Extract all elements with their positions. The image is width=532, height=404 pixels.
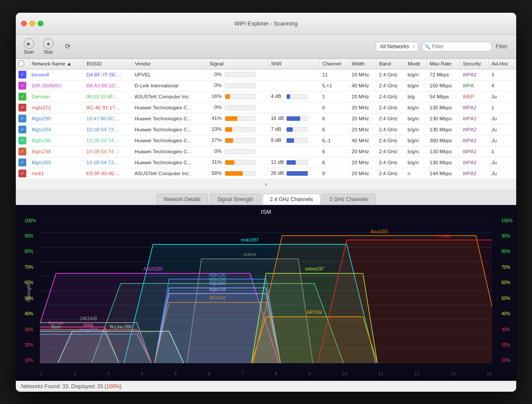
- row-channel: 5,+1: [320, 80, 349, 91]
- row-adhoc: Ju: [489, 124, 516, 135]
- row-security: WPA2: [460, 124, 489, 135]
- row-signal-cell: 23%: [207, 124, 268, 135]
- row-network-name[interactable]: mnk1: [29, 168, 84, 179]
- table-body: ✓ beowulf D4:BF:7F:0E:... UPVEL 0% 11 20…: [16, 69, 516, 179]
- col-security[interactable]: Security: [460, 59, 489, 69]
- select-all-checkbox[interactable]: [18, 61, 24, 66]
- table-row[interactable]: ✓ Mgts298 10:1B:54:74:... Huawei Technol…: [16, 146, 516, 157]
- row-network-name[interactable]: Mgts290: [29, 113, 84, 124]
- y-label-60%: 60%: [25, 280, 36, 285]
- row-network-name[interactable]: Mgts298: [29, 146, 84, 157]
- row-mode: b/g/n: [405, 157, 427, 168]
- row-mode: b/g/n: [405, 102, 427, 113]
- row-network-name[interactable]: Mgts300: [29, 157, 84, 168]
- maximize-button[interactable]: [38, 21, 43, 26]
- row-maxrate: 130 Mbps: [427, 124, 460, 135]
- col-maxrate[interactable]: Max Rate: [427, 59, 460, 69]
- tab-network-details[interactable]: Network Details: [156, 194, 208, 205]
- col-signal[interactable]: Signal: [207, 59, 268, 69]
- col-channel[interactable]: Channel: [320, 59, 349, 69]
- row-mode: b/g/n: [405, 113, 427, 124]
- y-label-80%: 80%: [25, 249, 36, 254]
- y-label-right-100%: 100%: [501, 218, 513, 223]
- col-mode[interactable]: Mode: [405, 59, 427, 69]
- tab-signal-strength[interactable]: Signal Strength: [210, 194, 261, 205]
- row-network-name[interactable]: beowulf: [29, 69, 84, 80]
- row-adhoc: Ju: [489, 168, 516, 179]
- row-vendor: Huawei Technologies C...: [132, 146, 207, 157]
- scan-button[interactable]: ▶ Scan: [21, 36, 37, 56]
- table-row[interactable]: ✓ German 00:22:15:6F:... ASUSTeK Compute…: [16, 91, 516, 102]
- filter-wrapper: 🔍: [422, 42, 492, 51]
- table-row[interactable]: ✓ Mgts296 10:1B:54:74:... Huawei Technol…: [16, 135, 516, 146]
- row-band: 2.4 GHz: [376, 91, 405, 102]
- row-vendor: Huawei Technologies C...: [132, 124, 207, 135]
- y-labels-right: 100%90%80%70%60%50%40%30%20%10%: [501, 218, 513, 363]
- row-band: 2.4 GHz: [376, 157, 405, 168]
- row-security: WPA2: [460, 157, 489, 168]
- row-signal-cell: 0%: [207, 146, 268, 157]
- row-width: 40 MHz: [349, 135, 376, 146]
- row-snr: [268, 80, 320, 91]
- row-color-badge: ✓: [18, 137, 26, 144]
- row-bssid: 10:47:80:5C:...: [84, 113, 132, 124]
- col-snr[interactable]: SNR: [268, 59, 320, 69]
- row-band: 2.4 GHz: [376, 113, 405, 124]
- filter-label: Filter: [496, 43, 511, 50]
- row-bssid: 10:1B:54:73:...: [84, 157, 132, 168]
- row-bssid: 10:1B:54:73:...: [84, 124, 132, 135]
- row-width: 20 MHz: [349, 69, 376, 80]
- network-filter-select[interactable]: All Networks: [376, 42, 418, 51]
- filter-input[interactable]: [422, 42, 492, 51]
- y-label-right-40%: 40%: [501, 311, 513, 316]
- row-channel: 6,-1: [320, 135, 349, 146]
- row-network-name[interactable]: mgts272: [29, 102, 84, 113]
- close-button[interactable]: [21, 21, 27, 26]
- tabs-row: Network DetailsSignal Strength2.4 GHz Ch…: [156, 194, 376, 205]
- table-row[interactable]: ✓ mgts272 AC:4E:91:17:... Huawei Technol…: [16, 102, 516, 113]
- minimize-button[interactable]: [29, 21, 35, 26]
- row-network-name[interactable]: DIR-300NRU: [29, 80, 84, 91]
- col-bssid[interactable]: BSSID: [84, 59, 132, 69]
- spinner-button: ⟳: [60, 40, 75, 54]
- row-band: 2.4 GHz: [376, 102, 405, 113]
- row-maxrate: 150 Mbps: [427, 80, 460, 91]
- row-maxrate: 144 Mbps: [427, 168, 460, 179]
- row-checkbox-cell: ✓: [16, 135, 29, 146]
- status-highlight: 100%: [106, 383, 120, 390]
- row-checkbox-cell: ✓: [16, 157, 29, 168]
- tab-2.4-ghz-channels[interactable]: 2.4 GHz Channels: [262, 194, 320, 205]
- row-signal-cell: 31%: [207, 157, 268, 168]
- scan-label: Scan: [24, 50, 34, 54]
- stop-button[interactable]: ■ Stop: [40, 36, 56, 56]
- row-maxrate: 54 Mbps: [427, 91, 460, 102]
- table-row[interactable]: ✓ Mgts294 10:1B:54:73:... Huawei Technol…: [16, 124, 516, 135]
- row-channel: 6: [320, 102, 349, 113]
- play-icon: ▶: [24, 38, 34, 49]
- col-band[interactable]: Band: [376, 59, 405, 69]
- svg-text:ASUS260: ASUS260: [144, 267, 163, 271]
- table-row[interactable]: ✓ Mgts290 10:47:80:5C:... Huawei Technol…: [16, 113, 516, 124]
- col-adhoc[interactable]: Ad-Hoc: [489, 59, 516, 69]
- row-network-name[interactable]: Mgts294: [29, 124, 84, 135]
- row-width: 20 MHz: [349, 146, 376, 157]
- table-row[interactable]: ✓ Mgts300 10:1B:54:73:... Huawei Technol…: [16, 157, 516, 168]
- tab-5-ghz-channels[interactable]: 5 GHz Channels: [322, 194, 376, 205]
- svg-text:onlime: onlime: [243, 252, 256, 257]
- row-network-name[interactable]: German: [29, 91, 84, 102]
- table-row[interactable]: ✓ mnk1 E0:3F:49:4E:... ASUSTeK Computer …: [16, 168, 516, 179]
- tabs-container: Network DetailsSignal Strength2.4 GHz Ch…: [16, 190, 516, 205]
- row-network-name[interactable]: Mgts296: [29, 135, 84, 146]
- col-network-name[interactable]: Network Name ▲: [29, 59, 84, 69]
- col-vendor[interactable]: Vendor: [132, 59, 207, 69]
- table-row[interactable]: ✓ beowulf D4:BF:7F:0E:... UPVEL 0% 11 20…: [16, 69, 516, 80]
- network-table-container: Network Name ▲ BSSID Vendor Signal SNR C…: [16, 59, 516, 179]
- spinner-icon: ⟳: [62, 41, 73, 52]
- row-width: 40 MHz: [349, 80, 376, 91]
- table-row[interactable]: ✓ DIR-300NRU B8:A3:86:1D:... D-Link Inte…: [16, 80, 516, 91]
- col-checkbox[interactable]: [16, 59, 29, 69]
- row-adhoc: 4: [489, 80, 516, 91]
- titlebar: WiFi Explorer - Scanning: [16, 13, 516, 35]
- col-width[interactable]: Width: [349, 59, 376, 69]
- y-label-right-50%: 50%: [501, 296, 513, 301]
